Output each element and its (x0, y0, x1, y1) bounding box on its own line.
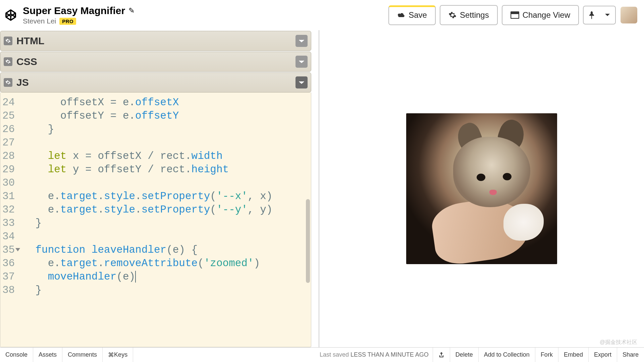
share-button[interactable]: Share (617, 348, 644, 362)
gear-icon[interactable] (4, 57, 12, 66)
avatar[interactable] (621, 7, 637, 23)
svg-rect-1 (511, 12, 519, 14)
embed-button[interactable]: Embed (558, 348, 588, 362)
author-name[interactable]: Steven Lei (23, 17, 56, 25)
html-label: HTML (16, 35, 296, 47)
js-label: JS (16, 77, 296, 88)
gear-icon (448, 11, 457, 19)
preview-image[interactable] (406, 113, 557, 264)
watermark: @掘金技术社区 (600, 339, 637, 346)
gear-icon[interactable] (4, 37, 12, 45)
chevron-down-icon[interactable] (296, 56, 308, 68)
html-panel-header[interactable]: HTML (0, 31, 311, 51)
pin-dropdown[interactable] (583, 6, 616, 24)
chevron-down-icon[interactable] (296, 76, 308, 88)
command-icon: ⌘ (108, 351, 114, 359)
js-panel-header[interactable]: JS (0, 72, 311, 93)
codepen-logo[interactable] (3, 8, 18, 22)
assets-button[interactable]: Assets (33, 348, 62, 362)
save-button[interactable]: Save (388, 5, 436, 25)
export-button[interactable]: Export (588, 348, 617, 362)
cloud-icon (397, 12, 405, 18)
pencil-icon[interactable]: ✎ (128, 6, 135, 15)
settings-button[interactable]: Settings (440, 5, 498, 25)
css-label: CSS (16, 56, 296, 67)
change-view-button[interactable]: Change View (502, 5, 579, 25)
pen-title[interactable]: Super Easy Magnifier (23, 5, 125, 16)
add-to-collection-button[interactable]: Add to Collection (478, 348, 535, 362)
share-out-icon[interactable] (433, 348, 450, 362)
comments-button[interactable]: Comments (62, 348, 103, 362)
settings-label: Settings (460, 10, 489, 20)
chevron-down-icon[interactable] (600, 8, 615, 22)
gear-icon[interactable] (4, 78, 12, 87)
scrollbar-vertical[interactable] (306, 199, 310, 283)
change-view-label: Change View (523, 10, 570, 20)
console-button[interactable]: Console (0, 348, 33, 362)
fork-button[interactable]: Fork (535, 348, 558, 362)
chevron-down-icon[interactable] (296, 35, 308, 47)
last-saved-text: Last saved LESS THAN A MINUTE AGO (320, 351, 429, 358)
preview-pane[interactable] (319, 30, 644, 347)
delete-button[interactable]: Delete (450, 348, 478, 362)
css-panel-header[interactable]: CSS (0, 52, 311, 72)
keys-button[interactable]: ⌘ Keys (103, 348, 133, 362)
layout-icon (511, 11, 519, 19)
pin-icon[interactable] (584, 6, 600, 24)
save-label: Save (409, 10, 427, 20)
pro-badge: PRO (59, 18, 76, 25)
js-editor[interactable]: 242526272829303132333435363738 offsetX =… (0, 93, 311, 347)
